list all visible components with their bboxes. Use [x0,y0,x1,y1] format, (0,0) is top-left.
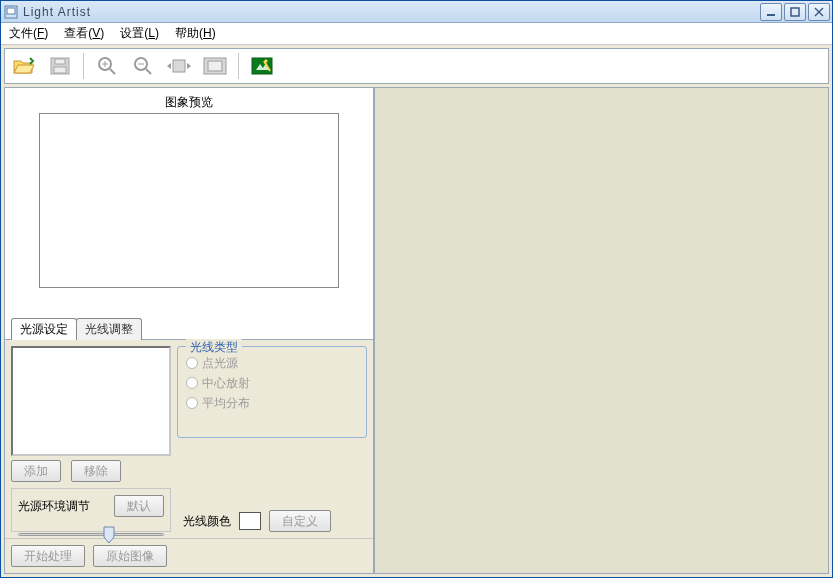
menu-settings[interactable]: 设置(L) [116,25,163,42]
menu-help[interactable]: 帮助(H) [171,25,220,42]
radio-icon [186,357,198,369]
toolbar-separator [238,53,239,79]
env-label: 光源环境调节 [18,498,90,515]
svg-line-10 [110,69,115,74]
svg-rect-3 [791,8,799,16]
bottom-buttons: 开始处理 原始图像 [5,538,373,573]
window-title: Light Artist [23,5,91,19]
close-button[interactable] [808,3,830,21]
save-button[interactable] [43,51,77,81]
radio-point-light[interactable]: 点光源 [186,353,358,373]
zoom-out-button[interactable] [126,51,160,81]
fit-screen-button[interactable] [198,51,232,81]
menu-view[interactable]: 查看(V) [60,25,108,42]
start-process-button[interactable]: 开始处理 [11,545,85,567]
preview-area: 图象预览 [5,88,373,320]
controls-panel: 添加 移除 光线类型 点光源 中心放射 平均分布 光源环境调节 [5,340,373,538]
effect-button[interactable] [245,51,279,81]
slider-thumb-icon [103,526,115,544]
radio-center-radiate[interactable]: 中心放射 [186,373,358,393]
ray-type-legend: 光线类型 [186,339,242,356]
svg-line-14 [146,69,151,74]
toolbar-separator [83,53,84,79]
maximize-button[interactable] [784,3,806,21]
tabs: 光源设定 光线调整 [5,320,373,340]
color-label: 光线颜色 [183,513,231,530]
app-icon [3,4,19,20]
add-button[interactable]: 添加 [11,460,61,482]
svg-rect-19 [252,58,272,74]
svg-rect-16 [173,60,185,72]
titlebar: Light Artist [1,1,832,23]
default-button[interactable]: 默认 [114,495,164,517]
radio-icon [186,377,198,389]
fit-width-button[interactable] [162,51,196,81]
app-window: Light Artist 文件(F) 查看(V) 设置(L) 帮助(H) [0,0,833,578]
remove-button[interactable]: 移除 [71,460,121,482]
original-image-button[interactable]: 原始图像 [93,545,167,567]
tab-light-source[interactable]: 光源设定 [11,318,77,340]
radio-even-distribute[interactable]: 平均分布 [186,393,358,413]
svg-rect-8 [54,67,66,73]
menu-file[interactable]: 文件(F) [5,25,52,42]
ray-type-fieldset: 光线类型 点光源 中心放射 平均分布 [177,346,367,438]
svg-rect-1 [7,8,15,14]
radio-icon [186,397,198,409]
toolbar [4,48,829,84]
minimize-button[interactable] [760,3,782,21]
svg-rect-18 [208,61,222,71]
preview-label: 图象预览 [165,94,213,111]
menubar: 文件(F) 查看(V) 设置(L) 帮助(H) [1,23,832,45]
light-source-list[interactable] [11,346,171,456]
image-canvas[interactable] [374,87,829,574]
left-panel: 图象预览 光源设定 光线调整 添加 移除 光线类 [4,87,374,574]
content-area: 图象预览 光源设定 光线调整 添加 移除 光线类 [4,87,829,574]
zoom-in-button[interactable] [90,51,124,81]
preview-box [39,113,339,288]
open-button[interactable] [7,51,41,81]
tab-ray-adjust[interactable]: 光线调整 [76,318,142,340]
custom-color-button[interactable]: 自定义 [269,510,331,532]
svg-rect-7 [55,59,65,64]
color-swatch[interactable] [239,512,261,530]
